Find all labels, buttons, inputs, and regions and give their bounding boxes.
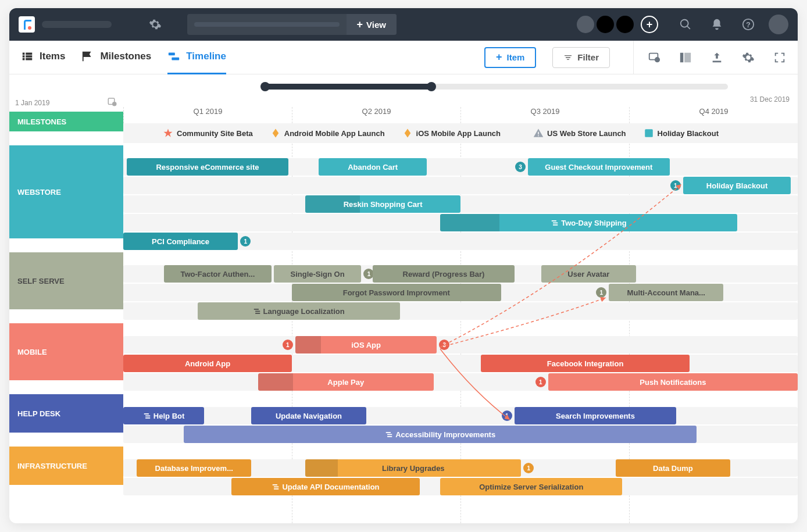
milestone[interactable]: Android Mobile App Launch (270, 128, 385, 138)
timeline-bar[interactable]: iOS App (295, 336, 437, 354)
timeline-bar[interactable]: Forgot Password Improvment (292, 284, 501, 301)
presence-avatars (577, 16, 634, 33)
dependency-badge[interactable]: 1 (502, 410, 512, 421)
timeline-bar[interactable]: Search Improvements (515, 407, 676, 424)
subtasks-icon (253, 307, 261, 315)
tab-timeline[interactable]: Timeline (167, 41, 226, 74)
milestone[interactable]: US Web Store Launch (533, 128, 626, 138)
timeline-bar[interactable]: Two-Factor Authen... (164, 265, 272, 283)
timeline-bar[interactable]: Accessibility Improvements (184, 426, 697, 443)
tab-milestones[interactable]: Milestones (81, 41, 151, 74)
milestone[interactable]: iOS Mobile App Launch (402, 128, 501, 138)
workspace-name-placeholder[interactable] (42, 21, 112, 28)
global-search[interactable]: +View (187, 14, 397, 35)
timeline-bar[interactable]: Multi-Account Mana... (609, 284, 723, 301)
timeline-bar[interactable]: Abandon Cart (319, 158, 427, 176)
fullscreen-icon[interactable] (773, 51, 786, 64)
date-range-slider[interactable] (263, 84, 728, 90)
timeline-bar[interactable]: Reward (Progress Bar) (373, 265, 515, 283)
bar-label: Holiday Blackout (706, 181, 767, 190)
quarter-label: Q1 2019 (123, 107, 292, 123)
diamond-icon (402, 128, 413, 138)
timeline-bar[interactable]: Update API Documentation (231, 478, 420, 495)
timeline-bar[interactable]: Optimize Server Serialization (440, 478, 622, 495)
avatar[interactable] (616, 16, 634, 33)
svg-rect-7 (684, 52, 691, 62)
tab-items[interactable]: Items (21, 41, 65, 74)
milestone[interactable]: Community Site Beta (163, 128, 253, 138)
range-thumb-start[interactable] (260, 82, 270, 91)
dependency-badge[interactable]: 1 (670, 180, 681, 191)
bar-label: Android App (185, 359, 230, 368)
bar-label: Optimize Server Serialization (479, 483, 583, 491)
link-icon[interactable] (648, 51, 660, 64)
timeline-bar[interactable]: Android App (123, 355, 292, 372)
milestone[interactable]: Holiday Blackout (644, 128, 719, 138)
flag-icon (81, 50, 94, 63)
bar-label: iOS App (351, 341, 381, 349)
bar-label: Guest Checkout Improvement (545, 163, 652, 172)
subtasks-icon (385, 430, 393, 438)
range-thumb-end[interactable] (427, 82, 436, 91)
help-icon[interactable]: ? (742, 18, 755, 31)
quarter-label: Q4 2019 (629, 107, 798, 123)
timeline-bar[interactable]: Help Bot (123, 407, 204, 424)
lane-header-infrastructure[interactable]: INFRASTRUCTURE (9, 447, 123, 485)
timeline-bar[interactable]: Reskin Shopping Cart (305, 195, 460, 213)
dependency-badge[interactable]: 1 (535, 377, 546, 387)
subtasks-icon (143, 412, 151, 420)
timeline-bar[interactable]: Language Localization (198, 302, 400, 320)
layout-icon[interactable] (679, 51, 692, 64)
timeline-bar[interactable]: Data Dump (616, 459, 730, 477)
timeline-bar[interactable]: Update Navigation (251, 407, 366, 424)
lane-header-helpdesk[interactable]: HELP DESK (9, 394, 123, 433)
timeline-bar[interactable]: Push Notifications (548, 373, 798, 391)
diamond-icon (270, 128, 281, 138)
lane-header-mobile[interactable]: MOBILE (9, 323, 123, 380)
timeline-bar[interactable]: Two-Day Shipping (440, 214, 737, 231)
avatar[interactable] (597, 16, 614, 33)
lane-header-selfserve[interactable]: SELF SERVE (9, 252, 123, 309)
gear-icon[interactable] (742, 51, 755, 64)
list-icon (21, 50, 34, 63)
avatar[interactable] (577, 16, 594, 33)
lane-header-webstore[interactable]: WEBSTORE (9, 145, 123, 238)
timeline-bar[interactable]: Database Improvem... (137, 459, 251, 477)
timeline-bar[interactable]: User Avatar (541, 265, 635, 283)
user-avatar[interactable] (769, 15, 788, 34)
star-icon (163, 128, 173, 138)
add-member-button[interactable]: + (641, 16, 658, 33)
app-logo[interactable] (19, 16, 35, 33)
milestones-row: Community Site Beta Android Mobile App L… (123, 123, 798, 143)
timeline-bar[interactable]: Single-Sign On (274, 265, 362, 283)
lane-header-milestones[interactable]: MILESTONES (9, 112, 123, 131)
svg-rect-10 (538, 132, 539, 135)
start-date-label: 1 Jan 2019 (15, 99, 49, 107)
search-icon[interactable] (679, 18, 692, 31)
bar-label: Update Navigation (276, 412, 342, 420)
dependency-badge[interactable]: 1 (283, 340, 293, 350)
add-item-button[interactable]: +Item (484, 47, 536, 68)
timeline-bar[interactable]: Holiday Blackout (683, 177, 791, 194)
timeline-bar[interactable]: Facebook Integration (481, 355, 690, 372)
subtasks-icon (551, 219, 559, 227)
timeline-bar[interactable]: Apple Pay (258, 373, 434, 391)
calendar-settings-icon[interactable] (107, 97, 117, 107)
timeline-bar[interactable]: Library Upgrades (305, 459, 521, 477)
warning-icon (533, 128, 544, 138)
bar-label: Search Improvements (556, 412, 635, 420)
view-button[interactable]: +View (347, 14, 397, 35)
gear-icon[interactable] (149, 18, 162, 31)
bar-label: Multi-Account Mana... (627, 288, 705, 297)
timeline-bar[interactable]: Responsive eCommerce site (127, 158, 288, 176)
end-date-label: 31 Dec 2019 (750, 95, 790, 103)
svg-text:?: ? (746, 20, 751, 29)
filter-button[interactable]: Filter (552, 47, 610, 68)
timeline-bar[interactable]: PCI Compliance (123, 233, 238, 250)
timeline-bar[interactable]: Guest Checkout Improvement (528, 158, 670, 176)
bell-icon[interactable] (710, 18, 723, 31)
dependency-badge[interactable]: 3 (515, 162, 526, 172)
lane-sidebar: 1 Jan 2019 MILESTONES WEBSTORE SELF SERV… (9, 74, 123, 523)
export-icon[interactable] (710, 51, 723, 64)
bar-label: Single-Sign On (290, 270, 344, 279)
